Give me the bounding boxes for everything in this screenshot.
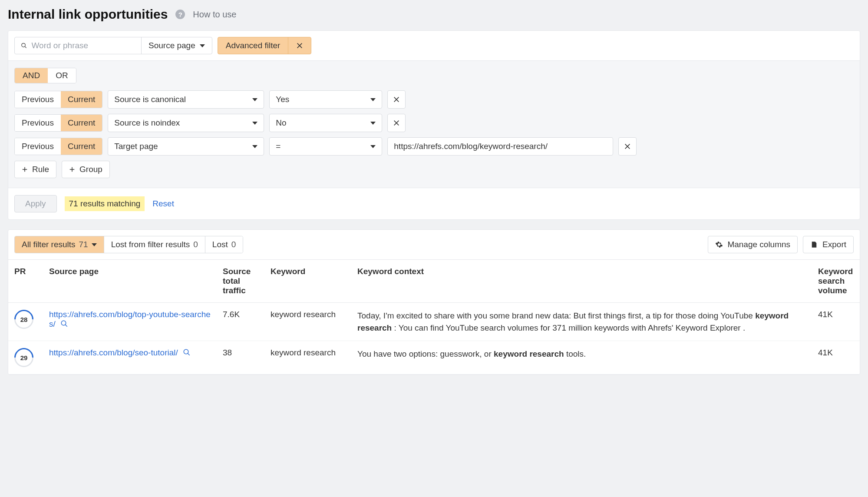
rule-remove-button[interactable] — [387, 114, 406, 132]
source-page-link[interactable]: https://ahrefs.com/blog/seo-tutorial/ — [49, 348, 178, 357]
add-group-button[interactable]: Group — [62, 161, 110, 178]
col-source-page[interactable]: Source page — [43, 260, 217, 303]
add-group-label: Group — [79, 165, 102, 174]
search-input[interactable] — [32, 41, 135, 50]
close-icon — [296, 42, 303, 49]
plus-icon — [69, 166, 75, 172]
search-icon[interactable] — [60, 320, 68, 328]
close-icon — [624, 143, 631, 150]
rule-op-select[interactable]: No — [269, 114, 382, 132]
svg-point-0 — [22, 43, 25, 47]
prev-current-toggle: Previous Current — [14, 91, 102, 108]
tab-lost[interactable]: Lost 0 — [205, 236, 243, 253]
rule-op-label: Yes — [276, 95, 289, 104]
tab-label: All filter results — [22, 240, 76, 249]
advanced-filter-label[interactable]: Advanced filter — [218, 37, 288, 54]
svg-point-16 — [184, 349, 188, 354]
tab-lost-from-filter[interactable]: Lost from filter results 0 — [104, 236, 205, 253]
tab-label: Lost from filter results — [111, 240, 190, 249]
tab-label: Lost — [212, 240, 228, 249]
pr-badge: 28 — [14, 310, 33, 329]
download-icon — [810, 241, 818, 248]
cell-traffic: 7.6K — [217, 303, 264, 341]
help-icon[interactable]: ? — [175, 10, 185, 19]
rule-op-label: No — [276, 118, 286, 128]
col-pr[interactable]: PR — [8, 260, 43, 303]
advanced-filter-remove[interactable] — [288, 37, 311, 54]
table-row: 28 https://ahrefs.com/blog/top-youtube-s… — [8, 303, 860, 341]
svg-line-15 — [65, 325, 67, 327]
toggle-current[interactable]: Current — [61, 138, 102, 155]
cell-volume: 41K — [812, 303, 860, 341]
reset-link[interactable]: Reset — [152, 199, 174, 209]
chevron-down-icon — [252, 145, 257, 148]
rule-field-select[interactable]: Target page — [108, 137, 264, 156]
tab-count: 71 — [79, 240, 88, 249]
manage-columns-label: Manage columns — [727, 240, 790, 249]
tab-count: 0 — [231, 240, 236, 249]
rule-remove-button[interactable] — [618, 137, 637, 156]
svg-line-1 — [25, 46, 26, 48]
source-page-link[interactable]: https://ahrefs.com/blog/top-youtube-sear… — [49, 310, 211, 328]
source-page-dropdown[interactable]: Source page — [141, 37, 212, 54]
cell-keyword: keyword research — [264, 303, 351, 341]
table-actions: Manage columns Export — [708, 236, 854, 253]
search-segment[interactable] — [15, 37, 141, 54]
rule-op-select[interactable]: Yes — [269, 90, 382, 109]
rule-op-select[interactable]: = — [269, 137, 382, 156]
rule-remove-button[interactable] — [387, 90, 406, 109]
export-label: Export — [822, 240, 846, 249]
cell-keyword: keyword research — [264, 341, 351, 374]
col-keyword-volume[interactable]: Keyword search volume — [812, 260, 860, 303]
logic-and[interactable]: AND — [15, 68, 48, 83]
chevron-down-icon — [252, 122, 257, 125]
apply-button[interactable]: Apply — [14, 195, 57, 212]
search-icon[interactable] — [183, 348, 191, 356]
manage-columns-button[interactable]: Manage columns — [708, 236, 798, 253]
plus-icon — [22, 166, 28, 172]
svg-line-17 — [188, 353, 190, 355]
chevron-down-icon — [370, 122, 376, 125]
table-row: 29 https://ahrefs.com/blog/seo-tutorial/… — [8, 341, 860, 374]
gear-icon — [715, 241, 723, 248]
page-header: Internal link opportunities ? How to use — [8, 7, 860, 22]
how-to-use-link[interactable]: How to use — [193, 10, 236, 20]
prev-current-toggle: Previous Current — [14, 138, 102, 155]
toggle-previous[interactable]: Previous — [15, 138, 61, 155]
export-button[interactable]: Export — [803, 236, 854, 253]
rules-area: AND OR Previous Current Source is canoni… — [8, 60, 860, 188]
toggle-previous[interactable]: Previous — [15, 115, 61, 131]
rule-field-select[interactable]: Source is canonical — [108, 90, 264, 109]
cell-context: You have two options: guesswork, or keyw… — [351, 341, 812, 374]
rule-field-select[interactable]: Source is noindex — [108, 114, 264, 132]
cell-volume: 41K — [812, 341, 860, 374]
logic-toggle: AND OR — [14, 68, 76, 83]
search-source-group: Source page — [14, 37, 212, 54]
tab-all-filter-results[interactable]: All filter results 71 — [15, 236, 104, 253]
toggle-current[interactable]: Current — [61, 115, 102, 131]
rule-value-input[interactable] — [387, 137, 613, 156]
close-icon — [393, 96, 400, 103]
tab-count: 0 — [193, 240, 198, 249]
svg-point-14 — [61, 321, 66, 325]
col-keyword[interactable]: Keyword — [264, 260, 351, 303]
source-page-label: Source page — [149, 41, 195, 50]
rule-field-label: Source is noindex — [114, 118, 180, 128]
toggle-current[interactable]: Current — [61, 91, 102, 108]
col-source-traffic[interactable]: Source total traffic — [217, 260, 264, 303]
results-bar: All filter results 71 Lost from filter r… — [8, 230, 860, 259]
page-title: Internal link opportunities — [8, 7, 168, 22]
search-icon — [21, 42, 27, 49]
close-icon — [393, 119, 400, 126]
advanced-filter-pill: Advanced filter — [218, 37, 312, 54]
logic-or[interactable]: OR — [48, 68, 76, 83]
rule-field-label: Source is canonical — [114, 95, 186, 104]
table-header-row: PR Source page Source total traffic Keyw… — [8, 260, 860, 303]
add-rule-row: Rule Group — [14, 161, 854, 178]
chevron-down-icon — [92, 243, 97, 246]
col-keyword-context[interactable]: Keyword context — [351, 260, 812, 303]
add-rule-label: Rule — [32, 165, 49, 174]
add-rule-button[interactable]: Rule — [14, 161, 56, 178]
results-card: All filter results 71 Lost from filter r… — [8, 229, 860, 375]
toggle-previous[interactable]: Previous — [15, 91, 61, 108]
